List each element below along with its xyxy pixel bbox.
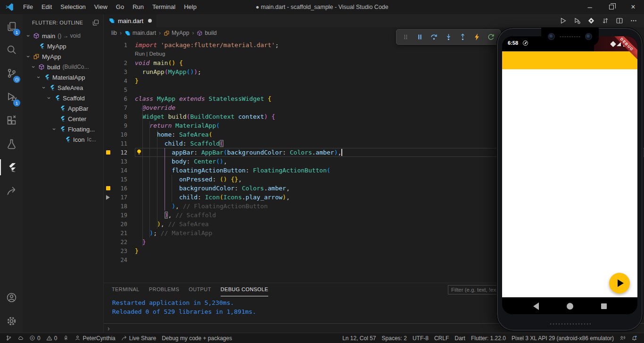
outline-item-build[interactable]: ›build(BuildCo...: [23, 62, 103, 72]
line-number: 21: [114, 230, 127, 237]
outline-item-myapp[interactable]: ›MyApp: [23, 51, 103, 62]
breadcrumb-build[interactable]: build: [197, 30, 216, 36]
status-flutter-1-22-0[interactable]: Flutter: 1.22.0: [468, 333, 509, 343]
activity-bar: 11: [0, 14, 23, 333]
split-editor-button[interactable]: [616, 17, 623, 24]
outline-item-materialapp[interactable]: ›MaterialApp: [23, 72, 103, 82]
step-out-button[interactable]: [457, 32, 468, 42]
status-ln-12-col-57[interactable]: Ln 12, Col 57: [339, 333, 379, 343]
breadcrumb-myapp[interactable]: MyApp: [164, 30, 189, 36]
close-button[interactable]: ×: [622, 0, 644, 14]
status-pixel-3-xl-api-29-android-x86-emulator[interactable]: Pixel 3 XL API 29 (android-x86 emulator): [509, 333, 617, 343]
bottom-speaker: [549, 322, 591, 326]
chevron-down-icon[interactable]: ›: [25, 53, 32, 60]
menu-edit[interactable]: Edit: [37, 0, 56, 14]
outline-label: MyApp: [42, 53, 61, 60]
code-lens-run[interactable]: Run: [135, 51, 145, 57]
outline-layout-icon[interactable]: [92, 19, 99, 26]
status-bell-dot[interactable]: [628, 333, 640, 343]
menu-view[interactable]: View: [90, 0, 112, 14]
outline-item-icon[interactable]: IconIc...: [23, 134, 103, 145]
status-dart[interactable]: Dart: [452, 333, 468, 343]
outline-item-myapp[interactable]: MyApp: [23, 41, 103, 51]
floating-action-button[interactable]: [609, 273, 630, 294]
outline-item-floating[interactable]: ›Floating...: [23, 124, 103, 134]
outline-item-scaffold[interactable]: ›Scaffold: [23, 93, 103, 103]
panel-tab-output[interactable]: OUTPUT: [189, 283, 211, 296]
chevron-down-icon[interactable]: ›: [30, 64, 37, 70]
outline-item-center[interactable]: Center: [23, 114, 103, 124]
menu-help[interactable]: Help: [180, 0, 201, 14]
status-launch[interactable]: [60, 333, 72, 343]
step-into-button[interactable]: [443, 32, 454, 42]
step-over-button[interactable]: [429, 32, 439, 42]
chevron-down-icon[interactable]: ›: [50, 126, 58, 132]
chevron-down-icon[interactable]: ›: [35, 74, 42, 81]
activity-flutter[interactable]: [0, 155, 23, 179]
panel-tab-problems[interactable]: PROBLEMS: [149, 283, 179, 296]
outline-item-main[interactable]: ›main() → void: [23, 31, 103, 41]
debug-run-button[interactable]: [573, 17, 581, 24]
breadcrumb-maindart[interactable]: main.dart: [124, 30, 156, 36]
menu-file[interactable]: File: [19, 0, 37, 14]
menu-selection[interactable]: Selection: [56, 0, 90, 14]
recents-button[interactable]: [601, 303, 607, 309]
account-icon: [74, 335, 81, 341]
menu-run[interactable]: Run: [128, 0, 148, 14]
tab-main-dart[interactable]: main.dart: [104, 14, 157, 27]
hot-reload-button[interactable]: [472, 32, 482, 42]
status-0[interactable]: 0: [43, 333, 60, 343]
status-live-share[interactable]: Live Share: [118, 333, 159, 343]
chevron-down-icon[interactable]: ›: [45, 95, 53, 101]
status-crlf[interactable]: CRLF: [431, 333, 452, 343]
run-button[interactable]: [559, 17, 567, 24]
menu-go[interactable]: Go: [112, 0, 128, 14]
outline-item-appbar[interactable]: AppBar: [23, 103, 103, 114]
restart-button[interactable]: [486, 32, 496, 42]
line-number: 11: [114, 140, 127, 147]
code-lens-debug[interactable]: Debug: [149, 51, 165, 57]
warning-icon: [46, 335, 52, 341]
pause-button[interactable]: [415, 32, 425, 42]
swap-button[interactable]: [602, 17, 609, 24]
more-button[interactable]: [630, 17, 637, 24]
status-spaces-2[interactable]: Spaces: 2: [379, 333, 410, 343]
activity-explorer[interactable]: 1: [0, 14, 23, 38]
status-debug-my-code-packages[interactable]: Debug my code + packages: [159, 333, 235, 343]
method-icon: [32, 33, 41, 39]
restore-button[interactable]: [601, 0, 622, 14]
activity-testing[interactable]: [0, 132, 23, 155]
activity-accounts[interactable]: [0, 286, 23, 309]
status-feedback[interactable]: [617, 333, 628, 343]
minimize-button[interactable]: ─: [579, 0, 601, 14]
activity-search[interactable]: [0, 38, 23, 61]
home-button[interactable]: [567, 303, 573, 310]
back-button[interactable]: [533, 302, 539, 310]
breadcrumb-lib[interactable]: lib: [111, 30, 117, 36]
panel-tab-debug-console[interactable]: DEBUG CONSOLE: [221, 283, 268, 296]
chevron-down-icon[interactable]: ›: [25, 33, 32, 39]
status-petercynthia[interactable]: PeterCynthia: [72, 333, 118, 343]
activity-source-control[interactable]: [0, 61, 23, 85]
outline-item-safearea[interactable]: ›SafeArea: [23, 82, 103, 93]
activity-run-debug[interactable]: 1: [0, 85, 23, 108]
activity-extensions[interactable]: [0, 108, 23, 132]
status-cloud[interactable]: [15, 333, 26, 343]
drag-handle-button[interactable]: [400, 32, 411, 42]
flutter-icon: [58, 115, 66, 122]
status-git-branch[interactable]: [3, 333, 15, 343]
git-branch-icon: [6, 335, 12, 341]
devtools-button[interactable]: [587, 17, 595, 24]
flutter-app-body: [502, 69, 637, 297]
outline-label: Floating...: [68, 126, 95, 133]
chevron-down-icon[interactable]: ›: [40, 84, 48, 91]
window-controls: ─ ×: [579, 0, 644, 14]
activity-settings[interactable]: [0, 309, 23, 333]
activity-live-share[interactable]: [0, 179, 23, 203]
status-0[interactable]: 0: [26, 333, 43, 343]
menu-terminal[interactable]: Terminal: [148, 0, 180, 14]
status-utf-8[interactable]: UTF-8: [410, 333, 431, 343]
lightbulb-icon[interactable]: [136, 149, 142, 155]
chevron-right-icon: ›: [107, 325, 110, 332]
panel-tab-terminal[interactable]: TERMINAL: [112, 283, 140, 296]
